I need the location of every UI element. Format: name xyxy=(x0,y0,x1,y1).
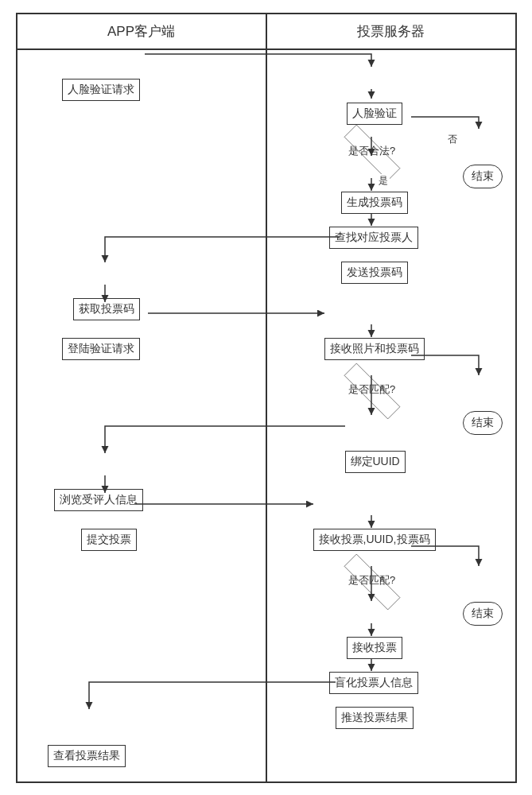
node-push-vote-result: 推送投票结果 xyxy=(336,707,414,729)
decision-match-1-label: 是否匹配? xyxy=(332,382,412,397)
lane-header-row: APP客户端 投票服务器 xyxy=(17,14,515,50)
terminator-end-2: 结束 xyxy=(463,411,503,435)
node-browse-candidate-info: 浏览受评人信息 xyxy=(54,489,143,511)
lane-header-server: 投票服务器 xyxy=(267,14,515,48)
lane-server: 人脸验证 是否合法? 否 是 结束 生成投票码 查找对应投票人 发送投票码 接收… xyxy=(267,50,515,781)
decision-legal: 是否合法? xyxy=(332,133,412,173)
node-gen-vote-code: 生成投票码 xyxy=(341,192,408,214)
decision-match-1: 是否匹配? xyxy=(332,371,412,411)
lanes-body: 人脸验证请求 获取投票码 登陆验证请求 浏览受评人信息 提交投票 查看投票结果 … xyxy=(17,50,515,781)
edge-label-no-1: 否 xyxy=(446,133,459,146)
node-login-verify-request: 登陆验证请求 xyxy=(62,338,140,360)
terminator-end-3: 结束 xyxy=(463,602,503,626)
node-send-vote-code: 发送投票码 xyxy=(341,262,408,284)
lane-client: 人脸验证请求 获取投票码 登陆验证请求 浏览受评人信息 提交投票 查看投票结果 xyxy=(17,50,267,781)
node-bind-uuid: 绑定UUID xyxy=(345,451,406,473)
decision-match-2: 是否匹配? xyxy=(332,562,412,602)
node-submit-vote: 提交投票 xyxy=(81,529,137,551)
swimlane-diagram: APP客户端 投票服务器 人脸验证请求 获取投票码 登陆验证请求 浏览受评人信息… xyxy=(16,13,517,783)
node-recv-vote: 接收投票 xyxy=(347,637,402,659)
node-view-vote-result: 查看投票结果 xyxy=(48,745,126,767)
node-find-voter: 查找对应投票人 xyxy=(329,227,418,249)
terminator-end-1: 结束 xyxy=(463,165,503,188)
node-face-verify: 人脸验证 xyxy=(347,103,402,125)
decision-match-2-label: 是否匹配? xyxy=(332,573,412,588)
node-face-verify-request: 人脸验证请求 xyxy=(62,79,140,101)
node-recv-photo-code: 接收照片和投票码 xyxy=(324,338,425,360)
node-recv-vote-uuid-code: 接收投票,UUID,投票码 xyxy=(313,529,436,551)
edge-label-yes-1: 是 xyxy=(377,174,390,188)
node-blind-voter-info: 盲化投票人信息 xyxy=(329,672,418,694)
decision-legal-label: 是否合法? xyxy=(332,144,412,158)
node-get-vote-code: 获取投票码 xyxy=(73,298,140,320)
lane-header-client: APP客户端 xyxy=(17,14,267,48)
